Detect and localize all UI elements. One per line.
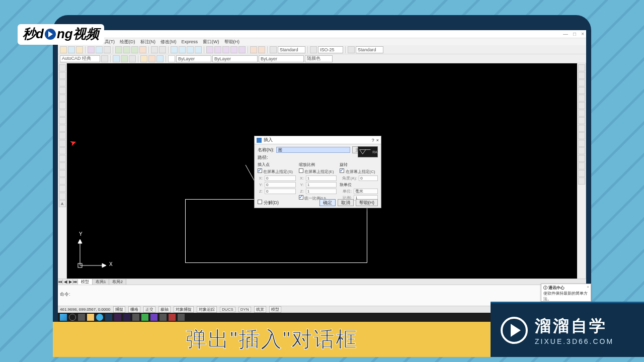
open-icon[interactable] (68, 46, 75, 53)
menu-dimension[interactable]: 标注(N) (140, 39, 156, 45)
plotstyle-dropdown[interactable]: 随颜色 (305, 55, 333, 62)
publish-icon[interactable] (104, 46, 111, 53)
tab-prev-icon[interactable]: ◀ (63, 280, 68, 284)
line-icon[interactable] (59, 64, 66, 71)
ws-settings-icon[interactable] (101, 55, 108, 62)
explode-checkbox[interactable] (258, 200, 262, 204)
menu-bar[interactable]: 插入(I) 格式(O) 工具(T) 绘图(D) 标注(N) 修改(M) Expr… (58, 38, 586, 45)
scale-x-input[interactable]: 1 (306, 175, 337, 181)
specify-onscreen-c-checkbox[interactable] (340, 168, 344, 173)
snap-toggle[interactable]: 捕捉 (113, 306, 125, 313)
tab-last-icon[interactable]: ⏭ (73, 280, 78, 284)
move-icon[interactable] (578, 102, 585, 109)
new-icon[interactable] (60, 46, 67, 53)
break-icon[interactable] (578, 147, 585, 154)
cut-icon[interactable] (115, 46, 122, 53)
arc-icon[interactable] (59, 102, 66, 109)
layer-iso-icon[interactable] (140, 55, 147, 62)
lwt-toggle[interactable]: 线宽 (254, 306, 266, 313)
print-icon[interactable] (88, 46, 95, 53)
dyn-toggle[interactable]: DYN (238, 307, 251, 312)
region-icon[interactable] (59, 185, 66, 192)
browser-icon[interactable] (96, 314, 103, 321)
copy-icon[interactable] (123, 46, 130, 53)
color-square-icon[interactable] (168, 55, 175, 62)
mark-icon[interactable] (238, 46, 246, 53)
join-icon[interactable] (578, 155, 585, 162)
textstyle-icon[interactable] (270, 46, 277, 53)
ref-icon[interactable] (258, 46, 265, 53)
offset-icon[interactable] (578, 87, 585, 94)
xline-icon[interactable] (59, 72, 66, 79)
dim-style-dropdown[interactable]: ISO-25 (318, 46, 343, 53)
menu-modify[interactable]: 修改(M) (160, 39, 177, 45)
tp-icon[interactable] (222, 46, 229, 53)
polyline-icon[interactable] (59, 79, 66, 86)
rectangle-icon[interactable] (59, 95, 66, 102)
tab-model[interactable]: 模型 (78, 279, 93, 285)
app-icon[interactable] (132, 314, 139, 321)
mirror-icon[interactable] (578, 79, 585, 86)
menu-help[interactable]: 帮助(H) (224, 39, 240, 45)
dimstyle-icon[interactable] (310, 46, 317, 53)
explode-icon[interactable] (578, 177, 585, 185)
photoshop-icon[interactable] (105, 314, 112, 321)
cancel-button[interactable]: 取消 (338, 199, 354, 206)
revcloud-icon[interactable] (59, 117, 66, 124)
table-icon[interactable] (59, 193, 66, 200)
autocad-taskbar-icon[interactable] (169, 314, 176, 321)
match-icon[interactable] (139, 46, 146, 53)
linetype-dropdown[interactable]: ByLayer (212, 55, 258, 62)
properties-icon[interactable] (206, 46, 213, 53)
notes-icon[interactable] (150, 314, 157, 321)
ortho-toggle[interactable]: 正交 (143, 306, 155, 313)
scale-icon[interactable] (578, 117, 585, 124)
dialog-titlebar[interactable]: 插入 ? × (255, 136, 381, 144)
undo-icon[interactable] (151, 46, 158, 53)
extend-icon[interactable] (578, 140, 585, 147)
circle-icon[interactable] (59, 110, 66, 117)
layer-states-icon[interactable] (121, 55, 128, 62)
ellipse-icon[interactable] (59, 132, 66, 139)
array-icon[interactable] (578, 95, 585, 102)
close-button[interactable]: × (581, 31, 584, 37)
name-combobox[interactable]: 图 (276, 147, 350, 153)
color-dropdown[interactable]: ByLayer (176, 55, 211, 62)
point-icon[interactable] (59, 162, 66, 169)
drawing-canvas[interactable]: ➤ Y X (67, 63, 577, 279)
chamfer-icon[interactable] (578, 162, 585, 169)
maximize-button[interactable]: □ (573, 31, 576, 37)
redo-icon[interactable] (159, 46, 166, 53)
otrack-toggle[interactable]: 对象追踪 (197, 306, 217, 313)
menu-window[interactable]: 窗口(W) (203, 39, 219, 45)
layer-props-icon[interactable] (113, 55, 120, 62)
polar-toggle[interactable]: 极轴 (158, 306, 171, 313)
preview-icon[interactable] (96, 46, 103, 53)
ins-x-input[interactable]: 0 (265, 175, 296, 181)
aftereffects-icon[interactable] (123, 314, 130, 321)
start-button[interactable] (60, 314, 67, 321)
ins-y-input[interactable]: 0 (265, 182, 296, 188)
scale-z-input[interactable]: 1 (306, 189, 337, 194)
lineweight-dropdown[interactable]: ByLayer (259, 55, 304, 62)
tab-next-icon[interactable]: ▶ (68, 280, 73, 284)
layer-off-icon[interactable] (148, 55, 155, 62)
tablestyle-icon[interactable] (348, 46, 355, 53)
mtext-icon[interactable]: A (59, 200, 66, 207)
cortana-icon[interactable] (69, 314, 76, 321)
gradient-icon[interactable] (59, 177, 66, 185)
make-block-icon[interactable] (59, 155, 66, 162)
tab-first-icon[interactable]: ⏮ (58, 280, 63, 284)
model-toggle[interactable]: 模型 (269, 306, 281, 313)
block-icon[interactable] (250, 46, 257, 53)
tab-layout1[interactable]: 布局1 (93, 279, 109, 285)
ssm-icon[interactable] (230, 46, 237, 53)
ellipse-arc-icon[interactable] (59, 140, 66, 147)
zoom-icon[interactable] (179, 46, 186, 53)
angle-input[interactable]: 0 (359, 175, 378, 181)
dialog-close-icon[interactable]: × (376, 138, 379, 143)
workspace-dropdown[interactable]: AutoCAD 经典 (60, 55, 100, 62)
dcenter-icon[interactable] (214, 46, 221, 53)
specify-onscreen-s-checkbox[interactable] (258, 168, 262, 173)
rotate-icon[interactable] (578, 110, 585, 117)
